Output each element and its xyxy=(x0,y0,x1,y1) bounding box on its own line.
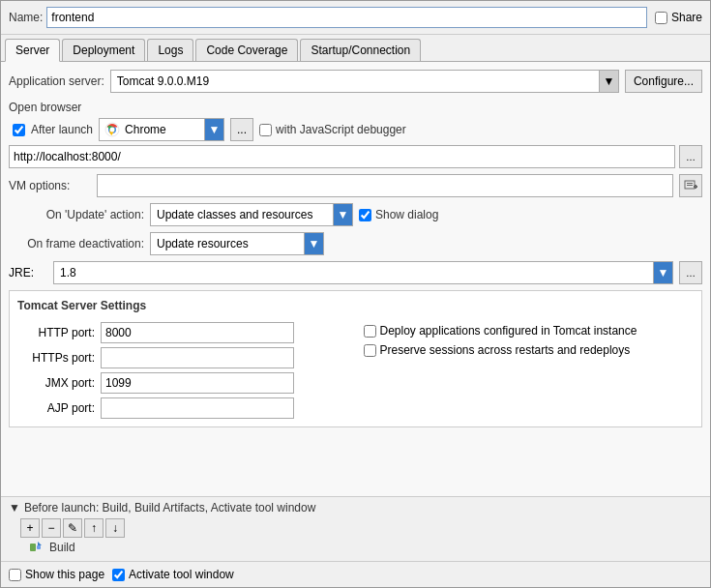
tomcat-settings-section: Tomcat Server Settings HTTP port: HTTPs … xyxy=(9,290,702,427)
jmx-port-input[interactable] xyxy=(101,372,294,394)
jre-value: 1.8 xyxy=(54,264,653,281)
name-label: Name: xyxy=(9,11,43,24)
before-launch-title[interactable]: ▼ Before launch: Build, Build Artifacts,… xyxy=(9,501,702,514)
tab-startup-connection[interactable]: Startup/Connection xyxy=(300,39,421,61)
http-port-label: HTTP port: xyxy=(17,326,95,339)
svg-rect-3 xyxy=(687,183,693,184)
before-launch-add-button[interactable]: + xyxy=(20,518,40,538)
on-frame-arrow[interactable]: ▼ xyxy=(304,233,323,254)
show-this-page-checkbox[interactable] xyxy=(9,569,21,581)
tab-deployment[interactable]: Deployment xyxy=(62,39,145,61)
show-dialog-row: Show dialog xyxy=(359,208,438,221)
deploy-apps-label: Deploy applications configured in Tomcat… xyxy=(380,324,637,338)
http-port-input[interactable] xyxy=(101,322,294,343)
on-update-label: On 'Update' action: xyxy=(9,208,144,221)
before-launch-section: ▼ Before launch: Build, Build Artifacts,… xyxy=(1,496,710,561)
jre-arrow[interactable]: ▼ xyxy=(653,262,672,283)
show-this-page-row: Show this page xyxy=(9,568,104,581)
before-launch-label: Before launch: Build, Build Artifacts, A… xyxy=(24,501,316,514)
before-launch-up-button[interactable]: ↑ xyxy=(84,518,104,538)
url-browse-button[interactable]: … xyxy=(679,145,702,168)
activate-tool-window-label: Activate tool window xyxy=(129,568,234,581)
vm-options-browse-button[interactable] xyxy=(679,174,702,197)
show-dialog-checkbox[interactable] xyxy=(359,209,371,221)
ajp-port-input[interactable] xyxy=(101,397,294,419)
tab-server[interactable]: Server xyxy=(5,39,60,62)
tab-logs[interactable]: Logs xyxy=(147,39,193,61)
svg-rect-7 xyxy=(30,544,36,551)
svg-rect-4 xyxy=(687,185,693,186)
ajp-port-label: AJP port: xyxy=(17,401,95,415)
open-browser-section: Open browser After launch xyxy=(9,99,702,168)
js-debugger-row: with JavaScript debugger xyxy=(259,123,406,136)
svg-marker-9 xyxy=(38,542,42,545)
name-input[interactable] xyxy=(46,7,647,28)
browser-dots-button[interactable]: ... xyxy=(230,118,253,141)
configure-button[interactable]: Configure... xyxy=(625,70,702,93)
browser-name: Chrome xyxy=(125,123,204,136)
vm-options-label: VM options: xyxy=(9,179,91,192)
browser-combo[interactable]: Chrome ▼ xyxy=(99,118,224,141)
activate-tool-window-checkbox[interactable] xyxy=(112,569,125,581)
show-this-page-label: Show this page xyxy=(25,568,104,581)
build-item: Build xyxy=(9,538,702,557)
ajp-port-row: AJP port: xyxy=(17,397,348,419)
after-launch-checkbox[interactable] xyxy=(13,124,25,136)
after-launch-row: After launch Chrome xyxy=(9,118,702,141)
on-update-arrow[interactable]: ▼ xyxy=(333,204,352,225)
jmx-port-label: JMX port: xyxy=(17,376,95,390)
show-dialog-label: Show dialog xyxy=(375,208,438,221)
tomcat-settings-title: Tomcat Server Settings xyxy=(17,299,694,312)
app-server-label: Application server: xyxy=(9,74,104,88)
before-launch-down-button[interactable]: ↓ xyxy=(105,518,125,538)
tab-code-coverage[interactable]: Code Coverage xyxy=(195,39,298,61)
app-server-combo[interactable]: Tomcat 9.0.0.M19 ▼ xyxy=(110,70,619,93)
build-icon xyxy=(28,540,44,555)
jre-browse-button[interactable]: … xyxy=(679,261,702,284)
jmx-port-row: JMX port: xyxy=(17,372,348,394)
js-debugger-label: with JavaScript debugger xyxy=(276,123,406,136)
app-server-arrow[interactable]: ▼ xyxy=(599,71,618,92)
tabs: Server Deployment Logs Code Coverage Sta… xyxy=(1,35,710,62)
on-frame-value: Update resources xyxy=(151,235,304,252)
https-port-label: HTTPs port: xyxy=(17,351,95,365)
bottom-bar: Show this page Activate tool window xyxy=(1,561,710,587)
build-item-label: Build xyxy=(49,541,75,554)
preserve-sessions-label: Preserve sessions across restarts and re… xyxy=(380,343,631,357)
js-debugger-checkbox[interactable] xyxy=(259,124,272,136)
app-server-value: Tomcat 9.0.0.M19 xyxy=(111,73,599,90)
before-launch-toolbar: + − ✎ ↑ ↓ xyxy=(9,518,702,538)
jre-row: JRE: 1.8 ▼ … xyxy=(9,261,702,284)
preserve-sessions-row: Preserve sessions across restarts and re… xyxy=(364,343,695,357)
svg-point-1 xyxy=(110,128,115,132)
url-input[interactable] xyxy=(9,145,675,168)
before-launch-arrow: ▼ xyxy=(9,501,20,514)
jre-label: JRE: xyxy=(9,266,47,279)
jre-combo[interactable]: 1.8 ▼ xyxy=(53,261,673,284)
app-server-row: Application server: Tomcat 9.0.0.M19 ▼ C… xyxy=(9,70,702,93)
https-port-input[interactable] xyxy=(101,347,294,368)
https-port-row: HTTPs port: xyxy=(17,347,348,368)
vm-options-input[interactable] xyxy=(97,174,673,197)
open-browser-label: Open browser xyxy=(9,101,702,114)
deploy-apps-row: Deploy applications configured in Tomcat… xyxy=(364,324,695,338)
preserve-sessions-checkbox[interactable] xyxy=(364,344,376,357)
on-frame-label: On frame deactivation: xyxy=(9,237,144,250)
before-launch-remove-button[interactable]: − xyxy=(42,518,61,538)
chrome-icon xyxy=(104,121,121,138)
deploy-apps-checkbox[interactable] xyxy=(364,325,376,338)
after-launch-label: After launch xyxy=(31,123,93,136)
share-checkbox[interactable] xyxy=(655,12,667,24)
browser-arrow[interactable]: ▼ xyxy=(204,119,223,140)
on-update-value: Update classes and resources xyxy=(151,206,333,223)
http-port-row: HTTP port: xyxy=(17,322,348,343)
on-frame-combo[interactable]: Update resources ▼ xyxy=(150,232,324,255)
vm-options-row: VM options: xyxy=(9,174,702,197)
on-frame-row: On frame deactivation: Update resources … xyxy=(9,232,702,255)
before-launch-edit-button[interactable]: ✎ xyxy=(63,518,82,538)
svg-rect-6 xyxy=(694,186,697,188)
url-row: … xyxy=(9,145,702,168)
on-update-combo[interactable]: Update classes and resources ▼ xyxy=(150,203,353,226)
svg-rect-8 xyxy=(37,545,41,549)
on-update-row: On 'Update' action: Update classes and r… xyxy=(9,203,702,226)
